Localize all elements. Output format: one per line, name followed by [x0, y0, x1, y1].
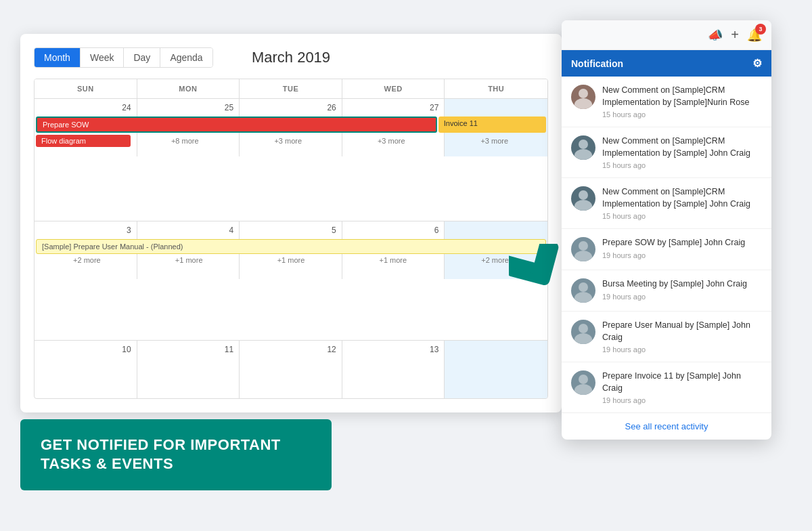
day-header-mon: MON [137, 79, 240, 99]
notif-list: New Comment on [Sample]CRM Implementatio… [562, 77, 771, 412]
gear-icon[interactable]: ⚙ [752, 57, 762, 70]
calendar-header: Month Week Day Agenda March 2019 [34, 47, 548, 68]
cta-box: GET NOTIFIED FOR IMPORTANT TASKS & EVENT… [20, 419, 332, 490]
notif-item-1[interactable]: New Comment on [Sample]CRM Implementatio… [562, 127, 771, 178]
add-icon[interactable]: + [731, 27, 739, 43]
notif-time-6: 19 hours ago [602, 396, 762, 404]
avatar-5 [571, 320, 595, 344]
notif-toolbar: 📣 + 🔔 3 [562, 20, 771, 50]
week3-cell-wed: 13 [342, 341, 445, 398]
week1-more-wed: +3 more [340, 137, 443, 145]
tab-agenda[interactable]: Agenda [160, 48, 212, 67]
day-header-tue: TUE [240, 79, 342, 99]
week1-row: 24 25 26 27 [35, 99, 547, 221]
notif-text-6: Prepare Invoice 11 by [Sample] John Crai… [602, 370, 762, 394]
avatar-0 [571, 85, 595, 109]
avatar-6 [571, 370, 595, 395]
week1-day-tue: 26 [242, 102, 339, 114]
week1-day-wed: 27 [345, 102, 442, 114]
arrow-decoration [509, 244, 570, 301]
tab-day[interactable]: Day [124, 48, 160, 67]
notif-content-4: Bursa Meeting by [Sample] John Craig 19 … [602, 278, 762, 301]
calendar-wrapper: Month Week Day Agenda March 2019 SUN MON… [20, 34, 562, 412]
notif-text-0: New Comment on [Sample]CRM Implementatio… [602, 85, 762, 108]
tab-month[interactable]: Month [35, 48, 81, 67]
tab-week[interactable]: Week [81, 48, 125, 67]
day-header-wed: WED [342, 79, 445, 99]
prepare-sow-bar[interactable]: Prepare SOW [36, 116, 437, 133]
week3-cell-thu [445, 341, 547, 398]
prepare-sow-row: Prepare SOW Invoice 11 [36, 116, 546, 133]
main-container: Month Week Day Agenda March 2019 SUN MON… [0, 0, 812, 531]
notif-content-6: Prepare Invoice 11 by [Sample] John Crai… [602, 370, 762, 404]
notif-text-2: New Comment on [Sample]CRM Implementatio… [602, 186, 762, 210]
notif-item-0[interactable]: New Comment on [Sample]CRM Implementatio… [562, 77, 771, 127]
week1-day-sun: 24 [37, 102, 134, 114]
notification-badge: 3 [755, 24, 766, 35]
notif-header: Notification ⚙ [562, 50, 771, 77]
week1-day-mon: 25 [140, 102, 237, 114]
week3-cell-tue: 12 [240, 341, 342, 398]
week2-row: 3 4 5 6 [Sample] Prepare Use [35, 221, 547, 341]
cta-text: GET NOTIFIED FOR IMPORTANT TASKS & EVENT… [41, 436, 311, 474]
week3-day-wed: 13 [345, 343, 442, 356]
week1-more-mon: +8 more [133, 137, 237, 145]
notif-content-0: New Comment on [Sample]CRM Implementatio… [602, 85, 762, 119]
week2-day-wed: 6 [345, 224, 442, 236]
see-all-activity[interactable]: See all recent activity [562, 412, 771, 440]
day-header-sun: SUN [35, 79, 137, 99]
week1-more-tue: +3 more [237, 137, 340, 145]
notif-title: Notification [571, 58, 623, 69]
calendar-grid: SUN MON TUE WED THU 24 25 26 [34, 79, 548, 399]
notif-item-5[interactable]: Prepare User Manual by [Sample] John Cra… [562, 312, 771, 362]
bell-wrapper[interactable]: 🔔 3 [747, 28, 762, 43]
week2-more-3: +1 more [342, 256, 444, 264]
avatar-3 [571, 237, 595, 261]
calendar-title: March 2019 [252, 49, 330, 66]
week3-cell-sun: 10 [35, 341, 137, 398]
megaphone-icon[interactable]: 📣 [708, 28, 723, 43]
week2-more-row: +2 more +1 more +1 more +1 more +2 more [36, 256, 546, 264]
week2-day-tue: 5 [242, 224, 339, 236]
week1-more-thu: +3 more [443, 137, 547, 145]
flow-diagram-bar[interactable]: Flow diagram [36, 135, 131, 147]
day-headers-row: SUN MON TUE WED THU [35, 79, 547, 99]
week2-more-2: +1 more [240, 256, 342, 264]
invoice-bar[interactable]: Invoice 11 [438, 116, 546, 133]
week3-day-sun: 10 [37, 343, 134, 356]
week3-day-mon: 11 [140, 343, 237, 356]
notif-text-5: Prepare User Manual by [Sample] John Cra… [602, 320, 762, 343]
notification-panel: 📣 + 🔔 3 Notification ⚙ New Comment on [S… [562, 20, 771, 440]
notif-text-4: Bursa Meeting by [Sample] John Craig [602, 278, 762, 291]
notif-content-3: Prepare SOW by [Sample] John Craig 19 ho… [602, 237, 762, 259]
notif-item-2[interactable]: New Comment on [Sample]CRM Implementatio… [562, 178, 771, 229]
notif-time-4: 19 hours ago [602, 293, 762, 301]
week2-day-mon: 4 [140, 224, 237, 236]
notif-content-5: Prepare User Manual by [Sample] John Cra… [602, 320, 762, 354]
avatar-2 [571, 186, 595, 211]
day-header-thu: THU [445, 79, 547, 99]
notif-time-0: 15 hours ago [602, 110, 762, 119]
week2-day-sun: 3 [37, 224, 134, 236]
notif-item-4[interactable]: Bursa Meeting by [Sample] John Craig 19 … [562, 270, 771, 312]
week3-day-tue: 12 [242, 343, 339, 356]
notif-content-1: New Comment on [Sample]CRM Implementatio… [602, 135, 762, 169]
flow-diagram-row: Flow diagram +8 more +3 more +3 more +3 … [36, 135, 546, 147]
notif-item-6[interactable]: Prepare Invoice 11 by [Sample] John Crai… [562, 362, 771, 412]
view-tabs: Month Week Day Agenda [34, 47, 213, 68]
notif-text-3: Prepare SOW by [Sample] John Craig [602, 237, 762, 249]
week1-events: Prepare SOW Invoice 11 Flow diagram +8 m… [36, 116, 546, 147]
week2-more-0: +2 more [36, 256, 138, 264]
week3-row: 10 11 12 13 [35, 341, 547, 398]
notif-text-1: New Comment on [Sample]CRM Implementatio… [602, 135, 762, 159]
week3-cell-mon: 11 [137, 341, 240, 398]
notif-time-2: 15 hours ago [602, 212, 762, 220]
notif-time-3: 19 hours ago [602, 251, 762, 259]
week2-more-1: +1 more [138, 256, 240, 264]
notif-content-2: New Comment on [Sample]CRM Implementatio… [602, 186, 762, 220]
user-manual-bar[interactable]: [Sample] Prepare User Manual - (Planned) [36, 239, 546, 254]
week2-events: [Sample] Prepare User Manual - (Planned)… [36, 239, 546, 264]
avatar-1 [571, 135, 595, 160]
notif-time-5: 19 hours ago [602, 345, 762, 354]
notif-item-3[interactable]: Prepare SOW by [Sample] John Craig 19 ho… [562, 229, 771, 270]
